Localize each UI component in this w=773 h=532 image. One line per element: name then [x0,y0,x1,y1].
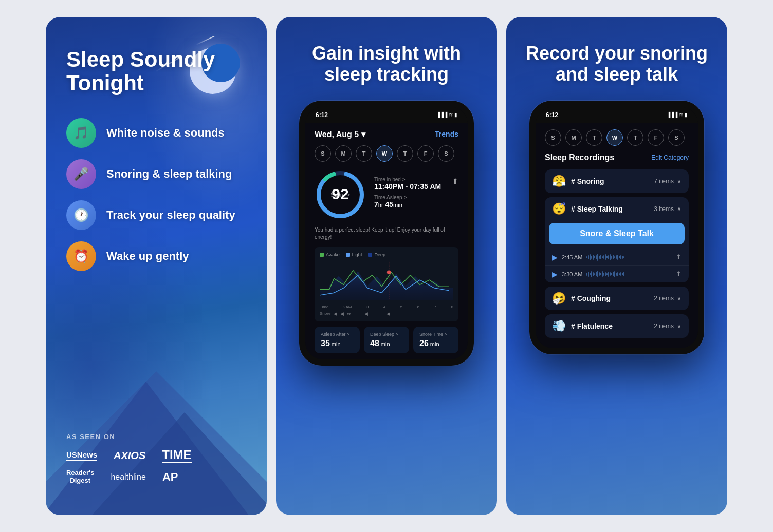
readers-digest-logo: Reader'sDigest [66,469,94,484]
panel-2-sleep-tracking: Gain insight with sleep tracking 6:12 ▐▐… [276,17,497,515]
day-dot-s1[interactable]: S [315,145,331,162]
feature-list: 🎵 White noise & sounds 🎤 Snoring & sleep… [66,118,246,271]
healthline-logo: healthline [111,472,146,482]
status-icons: ▐▐▐ ≋ ▮ [436,112,457,118]
time-in-bed-label: Time in bed > [374,177,441,182]
audio-time-2: 3:30 AM [562,271,582,277]
snoring-text: Snoring & sleep talking [106,167,232,181]
audio-waveform-1 [586,254,672,261]
sleep-date: Wed, Aug 5 ▾ [315,129,365,139]
track-sleep-text: Track your sleep quality [106,208,235,222]
panel-3-title: Record your snoring and sleep talk [522,43,712,85]
category-coughing: 🤧 # Coughing 2 items ∨ [545,287,689,310]
day-dot-t1[interactable]: T [356,145,372,162]
legend-deep: Deep [368,252,385,257]
snoring-icon: 🎤 [66,159,96,189]
day-dot-t2-3[interactable]: T [627,129,643,146]
app-screenshot: Sleep Soundly Tonight 🎵 White noise & so… [35,0,738,532]
category-sleep-talking: 😴 # Sleep Talking 3 items ∧ Snore & Slee… [545,197,689,282]
day-dot-s2-3[interactable]: S [668,129,685,146]
svg-point-4 [387,270,391,274]
audio-time-1: 2:45 AM [562,254,582,260]
ap-logo: AP [162,470,178,484]
status-bar: 6:12 ▐▐▐ ≋ ▮ [305,107,468,123]
axios-logo: AXIOS [114,450,145,462]
score-circle: 92 Score > [315,169,366,220]
sleep-chart-svg [320,260,453,301]
legend-awake: Awake [320,252,340,257]
snoring-count: 7 items [654,178,674,185]
time-asleep-value: 7hr 45min [374,200,441,208]
trends-button[interactable]: Trends [435,130,458,138]
coughing-chevron: ∨ [677,295,682,302]
coughing-emoji: 🤧 [552,292,566,305]
day-dot-t1-3[interactable]: T [586,129,602,146]
play-button-2[interactable]: ▶ [552,270,558,278]
time-asleep-stat: Time Asleep > 7hr 45min [374,195,441,208]
bottom-stats: Asleep After > 35 min Deep Sleep > 48 mi… [315,327,458,353]
wake-up-text: Wake up gently [106,250,189,263]
audio-row-2: ▶ 3:30 AM [545,265,689,282]
snore-time-stat: Snore Time > 26 min [413,327,458,353]
share-button-2[interactable]: ⬆ [676,270,682,278]
day-dot-s2[interactable]: S [438,145,454,162]
day-dot-m-3[interactable]: M [565,129,582,146]
play-button-1[interactable]: ▶ [552,253,558,261]
panel-1-title: Sleep Soundly Tonight [66,48,246,95]
share-button-1[interactable]: ⬆ [676,253,682,261]
snore-time-label: Snore Time > [419,332,452,337]
phone-content-3: S M T W T F S Sleep Recordings Edit Cate… [536,123,698,348]
score-number: 92 [332,186,348,202]
feature-snoring: 🎤 Snoring & sleep talking [66,159,246,189]
sleep-score-section: 92 Score > Time in bed > 11:40PM [315,169,458,220]
sleep-talking-count: 3 items [654,205,674,213]
snoring-chevron: ∨ [677,178,682,185]
deep-sleep-label: Deep Sleep > [370,332,403,337]
day-dot-w[interactable]: W [376,145,393,162]
share-icon[interactable]: ⬆ [452,177,458,186]
panel-1-sleep-soundly: Sleep Soundly Tonight 🎵 White noise & so… [46,17,267,515]
phone-content-2: Wed, Aug 5 ▾ Trends S M T W T F S [305,123,468,359]
feature-wake-up: ⏰ Wake up gently [66,241,246,271]
flatulence-name: # Flatulence [571,322,613,330]
coughing-header[interactable]: 🤧 # Coughing 2 items ∨ [545,287,689,310]
usnews-logo: USNews [66,450,97,461]
snore-time-value: 26 min [419,339,452,348]
status-time-3: 6:12 [546,111,558,119]
day-dot-f-3[interactable]: F [648,129,664,146]
day-dot-f[interactable]: F [417,145,434,162]
edit-category-button[interactable]: Edit Category [651,154,689,161]
deep-sleep-value: 48 min [370,339,403,348]
as-seen-on: AS SEEN ON USNews AXIOS TIME Reader'sDig… [66,433,246,484]
day-dot-m[interactable]: M [335,145,352,162]
flatulence-count: 2 items [654,322,674,330]
sleep-chart: Awake Light Deep [315,247,458,321]
asleep-after-label: Asleep After > [321,332,354,337]
media-row-1: USNews AXIOS TIME [66,448,246,463]
category-flatulence: 💨 # Flatulence 2 items ∨ [545,314,689,338]
recordings-header: Sleep Recordings Edit Category [545,153,689,162]
panel-3-header: Record your snoring and sleep talk [506,17,727,101]
deep-sleep-stat: Deep Sleep > 48 min [364,327,409,353]
flatulence-header[interactable]: 💨 # Flatulence 2 items ∨ [545,314,689,338]
flatulence-chevron: ∨ [677,322,682,330]
wake-up-icon: ⏰ [66,241,96,271]
snore-row: Snore ◀ ◀ ⇔ ◀ ◀ [320,311,453,316]
panel-2-header: Gain insight with sleep tracking [276,17,497,101]
category-snoring: 😤 # Snoring 7 items ∨ [545,169,689,193]
recordings-title: Sleep Recordings [545,153,614,162]
panel-1-content: Sleep Soundly Tonight 🎵 White noise & so… [46,17,267,312]
day-dot-t2[interactable]: T [397,145,413,162]
panel-2-title: Gain insight with sleep tracking [291,43,482,85]
snore-sleep-talk-popup: Snore & Sleep Talk [549,223,685,244]
asleep-after-stat: Asleep After > 35 min [315,327,360,353]
snoring-name: # Snoring [571,177,604,185]
snoring-category-header[interactable]: 😤 # Snoring 7 items ∨ [545,169,689,193]
day-dot-w-3[interactable]: W [606,129,623,146]
day-dots-3: S M T W T F S [545,129,689,146]
snoring-emoji: 😤 [552,175,566,188]
coughing-name: # Coughing [571,294,611,302]
time-logo: TIME [162,448,191,463]
day-dot-s1-3[interactable]: S [545,129,561,146]
sleep-talking-header[interactable]: 😴 # Sleep Talking 3 items ∧ [545,197,689,221]
